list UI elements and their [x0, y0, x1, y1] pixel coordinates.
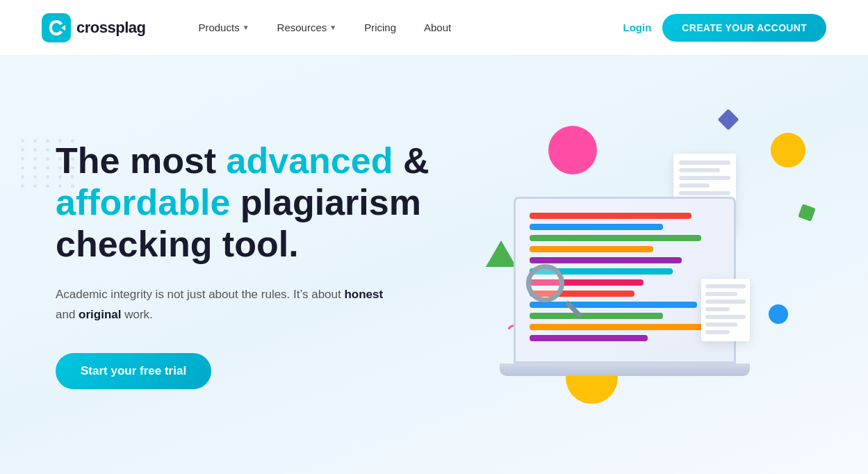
hero-title: The most advanced & affordable plagiaris…	[56, 140, 445, 265]
doc-line-3	[530, 235, 701, 241]
nav-links: Products ▼ Resources ▼ Pricing About	[187, 16, 612, 39]
doc-line-4	[530, 246, 653, 252]
nav-products[interactable]: Products ▼	[187, 16, 260, 39]
brand-name: crossplag	[76, 19, 145, 37]
navbar: crossplag Products ▼ Resources ▼ Pricing…	[0, 0, 868, 56]
resources-chevron-icon: ▼	[329, 24, 336, 31]
hero-illustration: 〜	[437, 98, 826, 432]
floating-doc-2	[701, 279, 750, 341]
products-chevron-icon: ▼	[243, 24, 249, 31]
yellow-circle-decoration	[771, 133, 805, 167]
doc-line-12	[530, 335, 648, 341]
doc-line-2	[530, 224, 663, 230]
hero-section: The most advanced & affordable plagiaris…	[0, 56, 868, 474]
start-trial-button[interactable]: Start your free trial	[56, 353, 211, 389]
blue-dot-decoration	[769, 304, 788, 324]
svg-rect-0	[42, 13, 71, 42]
create-account-button[interactable]: CREATE YOUR ACCOUNT	[662, 14, 826, 42]
doc-line-5	[530, 257, 682, 263]
magnifier-icon	[526, 264, 582, 320]
blue-diamond-decoration	[717, 108, 739, 130]
hero-subtitle: Academic integrity is not just about the…	[56, 285, 389, 325]
logo-area[interactable]: crossplag	[42, 13, 145, 42]
doc-line-1	[530, 213, 691, 219]
hero-content: The most advanced & affordable plagiaris…	[56, 140, 445, 389]
nav-about[interactable]: About	[413, 16, 462, 39]
nav-resources[interactable]: Resources ▼	[266, 16, 348, 39]
green-small-decoration	[798, 204, 816, 222]
doc-line-11	[530, 324, 710, 330]
laptop-illustration	[493, 140, 757, 376]
login-link[interactable]: Login	[612, 16, 663, 39]
logo-icon	[42, 13, 71, 42]
laptop-base	[500, 363, 750, 376]
nav-pricing[interactable]: Pricing	[353, 16, 407, 39]
